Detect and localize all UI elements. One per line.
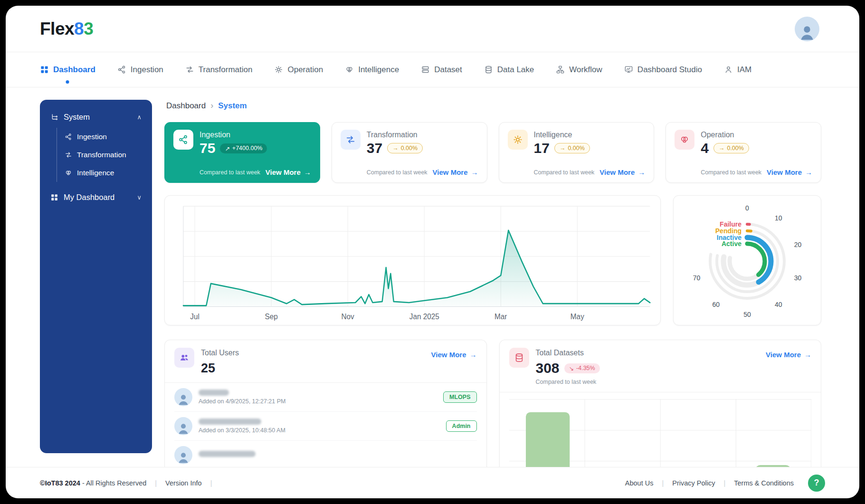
user-avatar <box>174 388 192 406</box>
workflow-icon <box>556 65 565 74</box>
version-info-link[interactable]: Version Info <box>165 479 202 487</box>
total-datasets-value: 308 <box>536 361 560 375</box>
nav-label: Dashboard <box>53 65 95 75</box>
total-users-card: Total Users 25 View More→ Added on 4/9/2… <box>164 340 487 467</box>
brand-logo: Flex83 <box>40 19 93 39</box>
datasets-bar-chart <box>509 399 812 467</box>
svg-text:0: 0 <box>745 204 749 212</box>
trend-badge-text: 0.00% <box>568 145 584 152</box>
breadcrumb-root[interactable]: Dashboard <box>166 101 206 111</box>
svg-text:70: 70 <box>693 274 701 282</box>
brain-icon <box>345 65 354 74</box>
nav-item-transformation[interactable]: Transformation <box>185 52 253 87</box>
content-area: System ∧ Ingestion Transformation Intell… <box>6 87 859 467</box>
sidebar-group-label: My Dashboard <box>64 193 114 202</box>
stat-card-operation: Operation 4 →0.00% Compared to last week… <box>665 122 821 183</box>
radial-chart: FailurePendingInactiveActive010203040506… <box>681 201 814 320</box>
share-icon <box>117 65 126 74</box>
privacy-policy-link[interactable]: Privacy Policy <box>672 479 715 487</box>
trend-up-icon: ↗ <box>225 145 229 152</box>
database-icon <box>509 348 529 368</box>
view-more-label: View More <box>431 351 466 359</box>
trend-down-icon: ↘ <box>569 365 574 372</box>
status-radial-chart-card: FailurePendingInactiveActive010203040506… <box>673 195 821 325</box>
chevron-right-icon: › <box>210 101 213 111</box>
svg-text:50: 50 <box>743 311 751 318</box>
compare-label: Compared to last week <box>367 169 428 176</box>
share-icon <box>65 133 72 141</box>
trend-badge: →0.00% <box>713 143 749 153</box>
nav-item-intelligence[interactable]: Intelligence <box>345 52 399 87</box>
sidebar-group-children: Ingestion Transformation Intelligence <box>57 128 145 182</box>
terms-conditions-link[interactable]: Terms & Conditions <box>734 479 794 487</box>
user-row <box>174 441 477 467</box>
view-more-link[interactable]: View More→ <box>433 168 478 176</box>
view-more-link[interactable]: View More→ <box>767 168 812 176</box>
sidebar-group-system[interactable]: System ∧ <box>47 107 145 127</box>
sidebar-item-label: Transformation <box>77 151 126 159</box>
sidebar-group-label: System <box>64 113 90 122</box>
sidebar-item-ingestion[interactable]: Ingestion <box>57 128 145 146</box>
view-more-link[interactable]: View More→ <box>266 168 311 176</box>
view-more-label: View More <box>433 168 468 176</box>
arrow-right-icon: → <box>638 168 645 176</box>
view-more-link[interactable]: View More→ <box>766 351 811 359</box>
sidebar-group-my-dashboard[interactable]: My Dashboard ∨ <box>47 188 145 207</box>
svg-text:10: 10 <box>775 214 782 222</box>
arrow-right-icon: → <box>805 168 812 176</box>
nav-item-dashboard-studio[interactable]: Dashboard Studio <box>624 52 702 87</box>
person-icon <box>176 450 190 464</box>
footer: ©IoT83 2024 - All Rights Reserved | Vers… <box>6 467 859 498</box>
main-panel: Dashboard › System Ingestion 75 ↗+7400.0… <box>164 100 821 467</box>
separator: | <box>155 479 157 487</box>
arrow-right-icon: → <box>304 168 311 176</box>
app-header: Flex83 <box>6 6 859 52</box>
charts-row: JulSepNovJan 2025MarMay FailurePendingIn… <box>164 195 821 325</box>
sidebar-item-label: Ingestion <box>77 133 107 141</box>
person-icon <box>176 421 190 435</box>
about-us-link[interactable]: About Us <box>625 479 654 487</box>
separator: | <box>210 479 212 487</box>
grid-icon <box>50 193 58 201</box>
arrow-right-icon: → <box>470 351 477 359</box>
total-datasets-card: Total Datasets 308 ↘-4.35% Compared to l… <box>499 340 822 467</box>
nav-item-operation[interactable]: Operation <box>274 52 323 87</box>
breadcrumb: Dashboard › System <box>166 101 821 111</box>
nav-item-dashboard[interactable]: Dashboard <box>40 52 95 87</box>
trend-badge-text: 0.00% <box>401 145 418 152</box>
user-avatar[interactable] <box>795 17 819 41</box>
person-icon <box>176 392 190 406</box>
stat-card-value: 4 <box>701 141 709 155</box>
nav-label: Data Lake <box>497 65 534 75</box>
share-icon <box>173 130 193 150</box>
stat-card-title: Ingestion <box>200 131 311 139</box>
chevron-up-icon: ∧ <box>137 114 142 121</box>
help-button[interactable]: ? <box>808 475 825 492</box>
compare-label: Compared to last week <box>200 169 260 176</box>
view-more-label: View More <box>767 168 802 176</box>
svg-text:Mar: Mar <box>494 312 507 320</box>
svg-text:Nov: Nov <box>342 312 354 320</box>
nav-item-ingestion[interactable]: Ingestion <box>117 52 163 87</box>
nav-item-data-lake[interactable]: Data Lake <box>484 52 534 87</box>
view-more-link[interactable]: View More→ <box>431 351 477 359</box>
bottom-row: Total Users 25 View More→ Added on 4/9/2… <box>164 340 821 467</box>
card-title: Total Users <box>201 349 425 357</box>
nav-item-iam[interactable]: IAM <box>724 52 751 87</box>
nav-item-dataset[interactable]: Dataset <box>421 52 462 87</box>
nav-item-workflow[interactable]: Workflow <box>556 52 602 87</box>
arrow-right-icon: → <box>471 168 478 176</box>
svg-text:Sep: Sep <box>265 312 277 320</box>
brain-icon <box>65 169 72 177</box>
app-window: Flex83 Dashboard Ingestion Transformatio… <box>6 6 859 498</box>
svg-text:20: 20 <box>794 241 802 248</box>
view-more-link[interactable]: View More→ <box>599 168 645 176</box>
nav-label: Ingestion <box>131 65 163 75</box>
trend-flat-icon: → <box>560 145 566 152</box>
user-row: Added on 4/9/2025, 12:27:21 PM MLOPS <box>174 383 477 412</box>
breadcrumb-current: System <box>218 101 247 111</box>
nav-label: Operation <box>287 65 323 75</box>
sidebar-item-transformation[interactable]: Transformation <box>57 146 145 164</box>
user-name-redacted <box>199 390 229 396</box>
sidebar-item-intelligence[interactable]: Intelligence <box>57 164 145 182</box>
